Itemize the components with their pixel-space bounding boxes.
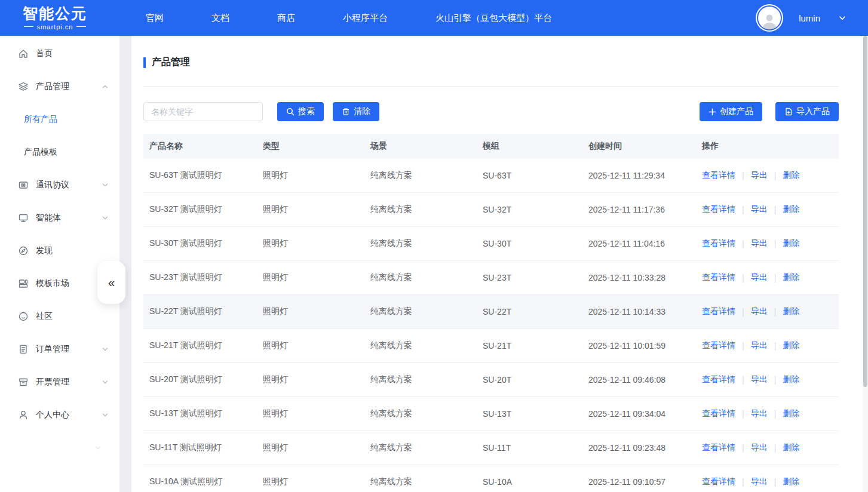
- delete-link[interactable]: 删除: [783, 272, 799, 283]
- action-separator: |: [742, 443, 744, 453]
- sidebar-item-profile[interactable]: 个人中心: [0, 398, 119, 431]
- action-separator: |: [774, 239, 777, 248]
- export-link[interactable]: 导出: [751, 408, 768, 419]
- search-button[interactable]: 搜索: [277, 102, 324, 121]
- view-details-link[interactable]: 查看详情: [702, 306, 735, 317]
- sidebar-item-product-templates[interactable]: 产品模板: [0, 136, 119, 168]
- view-details-link[interactable]: 查看详情: [702, 170, 735, 181]
- home-icon: [18, 48, 29, 59]
- action-separator: |: [742, 171, 744, 180]
- view-details-link[interactable]: 查看详情: [702, 442, 735, 453]
- nav-item-store[interactable]: 商店: [277, 13, 295, 24]
- export-link[interactable]: 导出: [751, 442, 768, 453]
- view-details-link[interactable]: 查看详情: [702, 374, 735, 385]
- type-cell: 照明灯: [263, 272, 370, 283]
- sidebar-item-label: 模板市场: [36, 278, 69, 289]
- table-row: SU-23T 测试照明灯照明灯纯离线方案SU-23T2025-12-11 10:…: [143, 261, 839, 295]
- nav-item-docs[interactable]: 文档: [211, 13, 229, 24]
- table-row: SU-11T 测试照明灯照明灯纯离线方案SU-11T2025-12-11 09:…: [143, 431, 839, 465]
- chevron-down-icon: [102, 346, 109, 353]
- sidebar-item-home[interactable]: 首页: [0, 37, 119, 70]
- create-product-label: 创建产品: [720, 106, 753, 117]
- agent-icon: [18, 213, 29, 223]
- type-cell: 照明灯: [263, 238, 370, 249]
- export-link[interactable]: 导出: [751, 272, 768, 283]
- scene-cell: 纯离线方案: [370, 340, 483, 351]
- nav-item-miniprogram-platform[interactable]: 小程序平台: [343, 13, 388, 24]
- scene-cell: 纯离线方案: [370, 204, 483, 215]
- delete-link[interactable]: 删除: [783, 374, 799, 385]
- search-input[interactable]: [143, 102, 263, 121]
- sidebar-item-invoicing[interactable]: 开票管理: [0, 365, 119, 398]
- scene-cell: 纯离线方案: [370, 476, 483, 487]
- create-product-button[interactable]: 创建产品: [700, 102, 762, 121]
- sidebar-item-orders[interactable]: 订单管理: [0, 333, 119, 365]
- delete-link[interactable]: 删除: [783, 170, 799, 181]
- export-link[interactable]: 导出: [751, 306, 768, 317]
- created-cell: 2025-12-11 10:14:33: [588, 307, 702, 316]
- export-link[interactable]: 导出: [751, 374, 768, 385]
- sidebar-item-label: 发现: [36, 245, 53, 256]
- chevron-down-icon: [102, 379, 109, 386]
- sidebar-item-more[interactable]: [0, 431, 119, 464]
- sidebar-item-label: 智能体: [36, 213, 61, 223]
- content-card: 产品管理 搜索 清除: [131, 36, 863, 492]
- username[interactable]: lumin: [799, 13, 820, 23]
- sidebar-item-product-management[interactable]: 产品管理: [0, 70, 119, 103]
- delete-link[interactable]: 删除: [783, 408, 799, 419]
- delete-link[interactable]: 删除: [783, 340, 799, 351]
- products-table: 产品名称类型场景模组创建时间操作 SU-63T 测试照明灯照明灯纯离线方案SU-…: [143, 134, 839, 492]
- row-actions: 查看详情|导出|删除: [702, 306, 839, 317]
- sidebar-item-agents[interactable]: 智能体: [0, 201, 119, 234]
- table-row: SU-32T 测试照明灯照明灯纯离线方案SU-32T2025-12-11 11:…: [143, 193, 839, 227]
- delete-link[interactable]: 删除: [783, 238, 799, 249]
- export-link[interactable]: 导出: [751, 170, 768, 181]
- brand-name: 智能公元: [23, 6, 87, 21]
- col-product-name: 产品名称: [143, 141, 263, 152]
- sidebar-item-all-products[interactable]: 所有产品: [0, 103, 119, 136]
- user-avatar[interactable]: [758, 7, 781, 29]
- scene-cell: 纯离线方案: [370, 408, 483, 419]
- row-actions: 查看详情|导出|删除: [702, 374, 839, 385]
- page-scrollbar-thumb[interactable]: [863, 36, 867, 387]
- delete-link[interactable]: 删除: [783, 306, 799, 317]
- brand-logo[interactable]: 智能公元 smartpi.cn: [23, 6, 87, 30]
- export-link[interactable]: 导出: [751, 340, 768, 351]
- sidebar-collapse-button[interactable]: «: [97, 261, 125, 304]
- collapse-sidebar-icon: «: [108, 276, 115, 288]
- created-cell: 2025-12-11 11:29:34: [588, 171, 702, 180]
- user-menu-chevron-down-icon[interactable]: [838, 14, 846, 22]
- action-separator: |: [774, 341, 777, 350]
- trash-icon: [342, 107, 350, 116]
- table-row: SU-10A 测试照明灯照明灯纯离线方案SU-10A2025-12-11 09:…: [143, 465, 839, 492]
- view-details-link[interactable]: 查看详情: [702, 272, 735, 283]
- export-link[interactable]: 导出: [751, 238, 768, 249]
- view-details-link[interactable]: 查看详情: [702, 340, 735, 351]
- import-product-button[interactable]: 导入产品: [775, 102, 839, 121]
- nav-item-official-site[interactable]: 官网: [146, 13, 164, 24]
- created-cell: 2025-12-11 10:33:28: [588, 273, 702, 282]
- clear-button[interactable]: 清除: [333, 102, 379, 121]
- type-cell: 照明灯: [263, 374, 370, 385]
- view-details-link[interactable]: 查看详情: [702, 238, 735, 249]
- export-link[interactable]: 导出: [751, 204, 768, 215]
- sidebar-item-protocols[interactable]: 通讯协议: [0, 168, 119, 201]
- delete-link[interactable]: 删除: [783, 204, 799, 215]
- sidebar-item-label: 个人中心: [36, 410, 69, 420]
- template-market-icon: [18, 278, 29, 289]
- delete-link[interactable]: 删除: [783, 442, 799, 453]
- delete-link[interactable]: 删除: [783, 476, 799, 487]
- table-row: SU-13T 测试照明灯照明灯纯离线方案SU-13T2025-12-11 09:…: [143, 397, 839, 431]
- view-details-link[interactable]: 查看详情: [702, 476, 735, 487]
- sidebar-item-community[interactable]: 社区: [0, 300, 119, 333]
- logo-dash-right: [76, 26, 86, 27]
- product-name-cell: SU-63T 测试照明灯: [143, 170, 263, 181]
- export-link[interactable]: 导出: [751, 476, 768, 487]
- view-details-link[interactable]: 查看详情: [702, 204, 735, 215]
- search-button-label: 搜索: [298, 106, 315, 117]
- scene-cell: 纯离线方案: [370, 306, 483, 317]
- created-cell: 2025-12-11 10:01:59: [588, 341, 702, 350]
- nav-item-volcengine-platform[interactable]: 火山引擎（豆包大模型）平台: [435, 13, 552, 24]
- view-details-link[interactable]: 查看详情: [702, 408, 735, 419]
- module-cell: SU-11T: [483, 443, 588, 453]
